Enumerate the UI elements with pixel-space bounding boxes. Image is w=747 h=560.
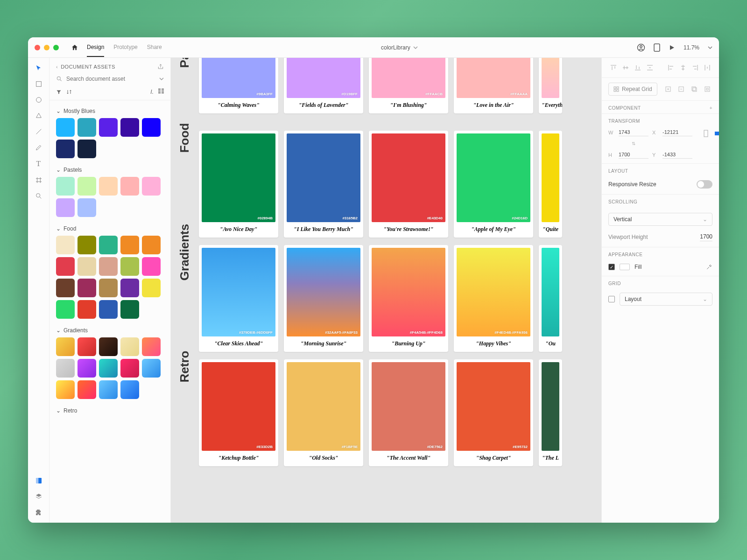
- lock-aspect-icon[interactable]: ⇅: [619, 140, 648, 147]
- align-left-icon[interactable]: [666, 63, 676, 73]
- group-header[interactable]: ⌄Pastels: [56, 164, 167, 177]
- distribute-v-icon[interactable]: [645, 63, 655, 73]
- color-swatch[interactable]: [78, 140, 96, 158]
- color-swatch[interactable]: [120, 236, 139, 254]
- assets-panel-icon[interactable]: [35, 477, 42, 484]
- card-menu-icon[interactable]: •••: [285, 359, 293, 360]
- subtract-icon[interactable]: [676, 84, 686, 94]
- color-swatch[interactable]: [56, 279, 75, 297]
- responsive-resize-toggle[interactable]: [697, 180, 712, 189]
- color-swatch[interactable]: [99, 300, 118, 319]
- color-swatch[interactable]: [99, 380, 118, 399]
- card-menu-icon[interactable]: •••: [540, 245, 548, 246]
- avatar-icon[interactable]: [637, 43, 645, 52]
- add-component-icon[interactable]: +: [710, 105, 712, 111]
- color-swatch[interactable]: [78, 257, 96, 276]
- group-header[interactable]: ⌄Gradients: [56, 324, 167, 337]
- color-swatch[interactable]: [56, 257, 75, 276]
- select-tool-icon[interactable]: [35, 64, 42, 72]
- card-menu-icon[interactable]: •••: [455, 359, 463, 360]
- color-swatch[interactable]: [99, 118, 118, 137]
- color-swatch[interactable]: [78, 337, 96, 356]
- rectangle-tool-icon[interactable]: [35, 80, 42, 88]
- tab-prototype[interactable]: Prototype: [113, 38, 137, 57]
- minimize-window-button[interactable]: [44, 45, 49, 50]
- color-swatch[interactable]: [99, 359, 118, 378]
- y-field[interactable]: -1433: [662, 151, 692, 159]
- color-card[interactable]: •••"Quite: [539, 131, 562, 238]
- fill-swatch[interactable]: [620, 264, 630, 270]
- height-field[interactable]: 1700: [619, 151, 648, 159]
- group-header[interactable]: ⌄Food: [56, 223, 167, 236]
- color-swatch[interactable]: [56, 300, 75, 319]
- color-swatch[interactable]: [142, 118, 161, 137]
- chevron-down-icon[interactable]: [708, 45, 712, 50]
- add-icon[interactable]: [663, 84, 673, 94]
- maximize-window-button[interactable]: [53, 45, 59, 50]
- group-header[interactable]: ⌄Retro: [56, 405, 167, 418]
- color-swatch[interactable]: [99, 177, 118, 196]
- card-menu-icon[interactable]: •••: [455, 131, 463, 132]
- align-hcenter-icon[interactable]: [678, 63, 688, 73]
- tab-design[interactable]: Design: [87, 38, 104, 57]
- color-card[interactable]: •••#E95732"Shag Carpet": [454, 359, 533, 466]
- repeat-grid-button[interactable]: Repeat Grid: [608, 83, 657, 96]
- color-card[interactable]: •••#02894B"Avo Nice Day": [199, 131, 278, 238]
- color-card[interactable]: •••"Everythi: [539, 58, 562, 113]
- color-card[interactable]: •••#379DEB-#6DD0FF"Clear Skies Ahead": [199, 245, 278, 352]
- color-swatch[interactable]: [142, 359, 161, 378]
- color-card[interactable]: •••#FFAACB"I'm Blushing": [369, 58, 448, 113]
- color-swatch[interactable]: [120, 279, 139, 297]
- zoom-level[interactable]: 11.7%: [684, 44, 699, 51]
- list-view-icon[interactable]: I.: [150, 89, 154, 95]
- color-swatch[interactable]: [78, 177, 96, 196]
- color-swatch[interactable]: [142, 337, 161, 356]
- color-card[interactable]: •••#F1BF5E"Old Socks": [284, 359, 363, 466]
- exclude-icon[interactable]: [702, 84, 712, 94]
- color-swatch[interactable]: [78, 236, 96, 254]
- card-menu-icon[interactable]: •••: [200, 131, 208, 132]
- layers-panel-icon[interactable]: [35, 493, 42, 500]
- color-swatch[interactable]: [56, 359, 75, 378]
- color-card[interactable]: •••#E43D40"You're Strawsome!": [369, 131, 448, 238]
- color-swatch[interactable]: [120, 118, 139, 137]
- color-swatch[interactable]: [120, 257, 139, 276]
- width-field[interactable]: 1743: [619, 128, 648, 136]
- color-swatch[interactable]: [99, 257, 118, 276]
- align-vcenter-icon[interactable]: [620, 63, 631, 73]
- chevron-down-icon[interactable]: [159, 77, 164, 81]
- color-swatch[interactable]: [56, 177, 75, 196]
- grid-dropdown[interactable]: Layout ⌄: [620, 293, 712, 306]
- ellipse-tool-icon[interactable]: [35, 96, 42, 104]
- viewport-height-field[interactable]: 1700: [700, 232, 712, 241]
- close-window-button[interactable]: [35, 45, 40, 50]
- x-field[interactable]: -12121: [662, 128, 692, 136]
- color-swatch[interactable]: [56, 118, 75, 137]
- sort-icon[interactable]: [66, 89, 72, 95]
- back-icon[interactable]: ‹: [56, 64, 58, 70]
- distribute-h-icon[interactable]: [702, 63, 712, 73]
- canvas[interactable]: Pa•••#9BA3FF"Calming Waves"•••#D19BFF"Fi…: [171, 58, 601, 523]
- color-swatch[interactable]: [120, 337, 139, 356]
- color-card[interactable]: •••#24D16D"Apple of My Eye": [454, 131, 533, 238]
- tab-share[interactable]: Share: [147, 38, 162, 57]
- color-swatch[interactable]: [142, 236, 161, 254]
- color-swatch[interactable]: [120, 300, 139, 319]
- home-icon[interactable]: [71, 44, 78, 51]
- plugins-panel-icon[interactable]: [35, 509, 42, 516]
- color-swatch[interactable]: [78, 279, 96, 297]
- device-preview-icon[interactable]: [654, 43, 660, 52]
- card-menu-icon[interactable]: •••: [370, 245, 378, 246]
- color-card[interactable]: •••"Ou: [539, 245, 562, 352]
- color-swatch[interactable]: [120, 380, 139, 399]
- portrait-icon[interactable]: [701, 128, 711, 139]
- color-swatch[interactable]: [56, 140, 75, 158]
- color-card[interactable]: •••#F4A54B-#FF4D68"Burning Up": [369, 245, 448, 352]
- color-card[interactable]: •••#D19BFF"Fields of Lavender": [284, 58, 363, 113]
- color-card[interactable]: •••"The L: [539, 359, 562, 466]
- color-swatch[interactable]: [99, 236, 118, 254]
- color-swatch[interactable]: [99, 279, 118, 297]
- color-swatch[interactable]: [142, 177, 161, 196]
- align-bottom-icon[interactable]: [633, 63, 643, 73]
- export-icon[interactable]: [157, 63, 164, 70]
